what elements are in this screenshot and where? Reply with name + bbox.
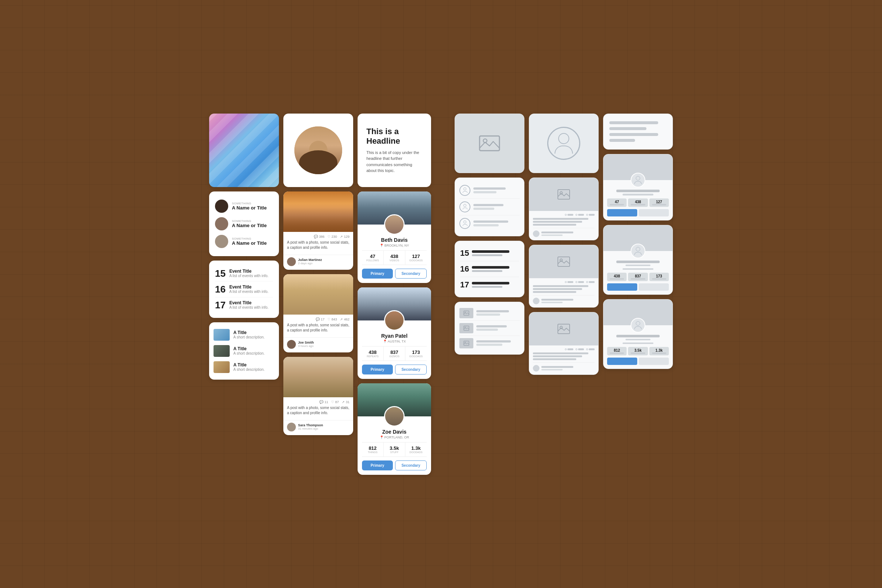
right-group: 15 16 17 xyxy=(454,114,673,375)
profile-card-ryan: Ryan Patel 📍 AUSTIN, TX 438 REPEATS 837 … xyxy=(358,287,431,379)
headline-title: This is a Headline xyxy=(366,127,422,146)
secondary-button[interactable]: Secondary xyxy=(395,268,427,279)
stat-label: STUFF xyxy=(385,451,404,453)
heart-icon: ♡ xyxy=(327,235,330,238)
post-author: Sara Thompson 31 minutes ago xyxy=(284,420,353,435)
wire-author-avatar xyxy=(533,365,540,372)
secondary-button[interactable]: Secondary xyxy=(395,364,427,375)
pin-icon: 📍 xyxy=(380,244,384,248)
profile-name: Zoe Davis xyxy=(362,429,427,435)
profile-image xyxy=(294,126,342,174)
secondary-button[interactable]: Secondary xyxy=(395,460,427,470)
wire-body xyxy=(555,146,573,154)
photo-placeholder-icon xyxy=(558,324,570,334)
like-count: 230 xyxy=(332,235,337,238)
wire-col-1: 15 16 17 xyxy=(454,114,524,375)
list-item: SOMETHING A Name or Title xyxy=(215,197,273,215)
wire-avatar xyxy=(459,201,470,212)
wire-image-item xyxy=(459,321,520,336)
image-list-item: A Title A short description. xyxy=(213,343,274,359)
wire-stat-num: 47 xyxy=(608,200,626,204)
svg-rect-0 xyxy=(480,136,500,151)
post-photo xyxy=(284,192,353,232)
wire-event-number: 17 xyxy=(460,280,469,290)
wire-event-number: 16 xyxy=(460,264,469,274)
colorful-card xyxy=(209,114,279,187)
wire-stat-num: 438 xyxy=(629,200,647,204)
img-title: A Title xyxy=(233,362,265,368)
headline-body: This is a bit of copy under the headline… xyxy=(366,150,422,174)
primary-button[interactable]: Primary xyxy=(362,364,393,375)
user-list-card: SOMETHING A Name or Title SOMETHING A Na… xyxy=(209,192,279,256)
stat-label: VIDEOS xyxy=(385,259,404,262)
thumbnail-icon xyxy=(464,326,469,331)
wire-profile-card-1: 47 438 127 xyxy=(603,154,673,220)
headline-card: This is a Headline This is a bit of copy… xyxy=(358,114,431,187)
wire-image-item xyxy=(459,336,520,351)
stat-number: 438 xyxy=(363,350,382,355)
event-number: 17 xyxy=(215,300,226,310)
like-count: 87 xyxy=(335,400,339,404)
avatar xyxy=(215,217,228,230)
author-avatar xyxy=(287,257,296,266)
event-title: Event Title xyxy=(230,300,268,305)
wire-list-item xyxy=(459,199,520,215)
share-count: 129 xyxy=(344,235,350,238)
primary-button[interactable]: Primary xyxy=(362,460,393,470)
stat-label: GOGOAGS xyxy=(407,355,425,358)
wire-head xyxy=(558,133,569,144)
stat-number: 47 xyxy=(363,254,382,259)
user-label: SOMETHING xyxy=(232,219,267,223)
user-label: SOMETHING xyxy=(232,237,267,240)
wire-profile-avatar xyxy=(631,318,645,333)
event-desc: A list of events with info. xyxy=(230,290,268,294)
stat-number: 812 xyxy=(363,446,382,451)
wire-col-2 xyxy=(529,114,598,375)
image-icon xyxy=(478,134,501,153)
list-item: SOMETHING A Name or Title xyxy=(215,215,273,232)
comment-count: 17 xyxy=(321,318,324,321)
like-stat: ♡ 87 xyxy=(331,400,339,404)
share-count: 462 xyxy=(344,318,350,321)
stat-label: DOODADS xyxy=(407,451,425,453)
wire-post-photo xyxy=(529,312,598,345)
person-face xyxy=(294,126,342,174)
wire-event-item: 16 xyxy=(460,261,519,277)
event-number: 16 xyxy=(215,285,226,294)
wire-col-3: 47 438 127 xyxy=(603,114,673,375)
post-stats: 💬 17 ♡ 843 ↗ 462 xyxy=(284,315,353,322)
wire-event-list-card: 15 16 17 xyxy=(454,241,524,297)
wire-image-item xyxy=(459,306,520,321)
image-thumb xyxy=(213,329,230,340)
profile-card-zoe: Zoe Davis 📍 PORTLAND, OR 812 THINGS 3.5k… xyxy=(358,383,431,475)
user-name: A Name or Title xyxy=(232,240,267,246)
wire-photo-post-1 xyxy=(529,177,598,240)
comment-stat: 💬 17 xyxy=(316,318,324,321)
photo-post-1: 💬 386 ♡ 230 ↗ 129 A post with a photo, s… xyxy=(284,192,353,270)
stat-label: GOGOAGS xyxy=(407,259,425,262)
chat-icon: 💬 xyxy=(316,318,320,321)
wire-profile-avatar xyxy=(631,173,645,188)
post-author: Julian Martinez 2 days ago xyxy=(284,255,353,270)
image-thumb xyxy=(213,345,230,357)
profile-photo-card xyxy=(284,114,353,187)
post-body: A post with a photo, some social stats, … xyxy=(284,322,353,336)
thumbnail-icon xyxy=(464,310,469,316)
wire-profile-header-bg xyxy=(603,154,672,180)
profile-location: 📍 BROOKLYN, NY xyxy=(362,244,427,248)
wire-img-thumb xyxy=(459,338,473,348)
author-avatar xyxy=(287,423,296,432)
img-desc: A short description. xyxy=(233,368,265,372)
wire-event-number: 15 xyxy=(460,248,469,258)
wire-primary-btn xyxy=(607,284,637,291)
primary-button[interactable]: Primary xyxy=(362,268,393,279)
event-item: 17 Event Title A list of events with inf… xyxy=(215,297,273,313)
wire-stat-num: 3.5k xyxy=(629,348,647,352)
event-item: 15 Event Title A list of events with inf… xyxy=(215,266,273,282)
wire-profile-circle-card xyxy=(529,114,598,173)
stat-number: 173 xyxy=(407,350,425,355)
col-2: 💬 386 ♡ 230 ↗ 129 A post with a photo, s… xyxy=(284,114,353,475)
wire-author-avatar xyxy=(533,230,540,237)
user-label: SOMETHING xyxy=(232,202,267,205)
wire-text-card xyxy=(603,114,673,150)
